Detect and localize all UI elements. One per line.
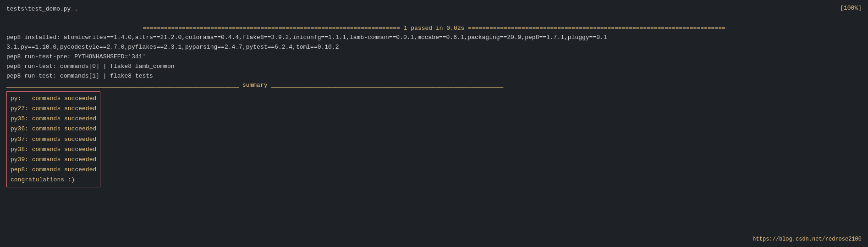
pep8-cmd0-line: pep8 run-test: commands[0] | flake8 lamb… xyxy=(6,62,862,72)
terminal-window: [100%] tests\test_demo.py . ============… xyxy=(0,0,868,247)
separator-summary: ________________________________________… xyxy=(6,81,862,90)
pep8-installed-line2: 3.1,py==1.10.0,pycodestyle==2.7.0,pyflak… xyxy=(6,43,862,52)
summary-item-py35: py35: commands succeeded xyxy=(11,114,96,124)
summary-item-py27: py27: commands succeeded xyxy=(11,104,96,114)
summary-item-pep8: pep8: commands succeeded xyxy=(11,165,96,175)
separator-passed: ========================================… xyxy=(6,24,862,34)
path-line: tests\test_demo.py . xyxy=(6,5,862,14)
summary-item-py36: py36: commands succeeded xyxy=(11,124,96,134)
summary-item-py37: py37: commands succeeded xyxy=(11,135,96,145)
congratulations-line: congratulations :) xyxy=(11,175,96,185)
empty-line-1 xyxy=(6,14,862,24)
pep8-installed-line1: pep8 installed: atomicwrites==1.4.0,attr… xyxy=(6,33,862,43)
percent-badge: [100%] xyxy=(840,5,862,11)
summary-item-py38: py38: commands succeeded xyxy=(11,145,96,155)
summary-item-py: py: commands succeeded xyxy=(11,94,96,104)
pep8-pre-line: pep8 run-test-pre: PYTHONHASHSEED='341' xyxy=(6,52,862,62)
pep8-cmd1-line: pep8 run-test: commands[1] | flake8 test… xyxy=(6,72,862,81)
watermark: https://blog.csdn.net/redrose2100 xyxy=(753,236,862,242)
summary-box: py: commands succeeded py27: commands su… xyxy=(6,91,100,187)
summary-item-py39: py39: commands succeeded xyxy=(11,155,96,165)
